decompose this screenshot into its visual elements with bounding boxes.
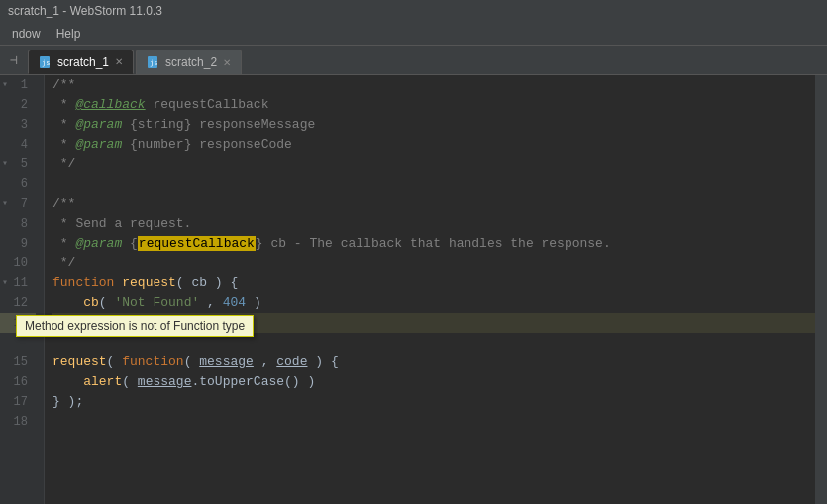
gutter-10: 10 [0, 253, 36, 273]
code-line-12: cb( 'Not Found' , 404 ) [52, 293, 815, 313]
code-area[interactable]: ▾1 2 3 4 ▾5 6 ▾7 8 9 10 ▾11 12 13 15 16 … [0, 75, 827, 504]
fold-icon-5[interactable]: ▾ [2, 154, 8, 174]
fold-icon-7[interactable]: ▾ [2, 194, 8, 214]
tab-scratch-2[interactable]: js scratch_2 ✕ [136, 50, 242, 74]
tab-file-icon-1: js [39, 55, 52, 69]
gutter-9: 9 [0, 234, 36, 253]
fold-icon-11[interactable]: ▾ [2, 273, 8, 293]
gutter-5: ▾5 [0, 154, 36, 174]
code-line-10: */ [52, 253, 815, 273]
tab-label-2: scratch_2 [165, 55, 217, 69]
code-line-1: /** [52, 75, 815, 95]
code-line-5: */ [52, 154, 815, 174]
tooltip-text: Method expression is not of Function typ… [25, 319, 245, 333]
gutter-8: 8 [0, 214, 36, 234]
code-line-2: * @callback requestCallback [52, 95, 815, 115]
tab-close-2[interactable]: ✕ [223, 57, 231, 68]
gutter-6: 6 [0, 174, 36, 194]
svg-text:js: js [150, 59, 157, 67]
code-line-6 [52, 174, 815, 194]
scrollbar[interactable] [815, 75, 827, 504]
svg-text:js: js [42, 59, 50, 67]
line-numbers: ▾1 2 3 4 ▾5 6 ▾7 8 9 10 ▾11 12 13 15 16 … [0, 75, 45, 504]
gutter-4: 4 [0, 135, 36, 154]
code-line-17: } ); [52, 392, 815, 412]
code-line-8: * Send a request. [52, 214, 815, 234]
gutter-17: 17 [0, 392, 36, 412]
tab-scratch-1[interactable]: js scratch_1 ✕ [28, 50, 134, 74]
tab-file-icon-2: js [147, 55, 160, 69]
gutter-7: ▾7 [0, 194, 36, 214]
fold-icon-1[interactable]: ▾ [2, 75, 8, 95]
tab-bar: ⊣ js scratch_1 ✕ js scratch_2 ✕ [0, 46, 827, 75]
code-line-15: request( function( message , code ) { [52, 353, 815, 372]
menu-bar: ndow Help [0, 22, 827, 46]
tooltip: Method expression is not of Function typ… [16, 315, 254, 337]
code-line-11: function request( cb ) { [52, 273, 815, 293]
gutter-15: 15 [0, 353, 36, 372]
code-line-7: /** [52, 194, 815, 214]
code-line-3: * @param {string} responseMessage [52, 115, 815, 135]
menu-window[interactable]: ndow [4, 25, 49, 43]
gutter-2: 2 [0, 95, 36, 115]
code-line-16: alert( message.toUpperCase() ) [52, 372, 815, 392]
gutter-11: ▾11 [0, 273, 36, 293]
gutter-12: 12 [0, 293, 36, 313]
title-text: scratch_1 - WebStorm 11.0.3 [8, 4, 162, 18]
tab-pin-icon[interactable]: ⊣ [0, 46, 28, 75]
gutter-16: 16 [0, 372, 36, 392]
code-line-18 [52, 412, 815, 432]
code-content[interactable]: /** * @callback requestCallback * @param… [45, 75, 815, 504]
code-line-9: * @param {requestCallback} cb - The call… [52, 234, 815, 253]
menu-help[interactable]: Help [49, 25, 89, 43]
editor: ▾1 2 3 4 ▾5 6 ▾7 8 9 10 ▾11 12 13 15 16 … [0, 75, 827, 504]
gutter-18: 18 [0, 412, 36, 432]
gutter-1: ▾1 [0, 75, 36, 95]
title-bar: scratch_1 - WebStorm 11.0.3 [0, 0, 827, 22]
tab-close-1[interactable]: ✕ [115, 56, 123, 67]
tab-label-1: scratch_1 [57, 55, 109, 69]
code-line-4: * @param {number} responseCode [52, 135, 815, 154]
gutter-3: 3 [0, 115, 36, 135]
